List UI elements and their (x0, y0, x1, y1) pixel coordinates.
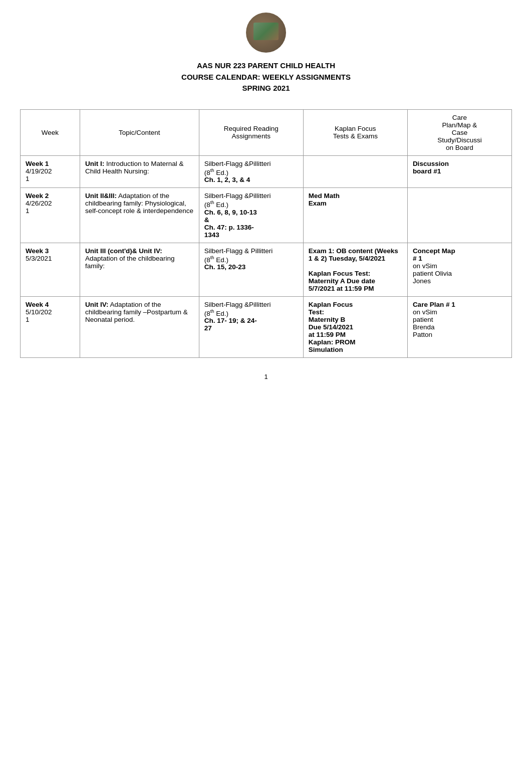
table-row: Week 1 4/19/2021 Unit I: Introduction to… (21, 155, 512, 188)
week-4-care: Care Plan # 1on vSimpatientBrendaPatton (407, 296, 511, 357)
week-3-kaplan: Exam 1: OB content (Weeks 1 & 2) Tuesday… (303, 243, 407, 296)
table-row: Week 2 4/26/2021 Unit II&III: Adaptation… (21, 188, 512, 243)
title-line3: SPRING 2021 (242, 84, 290, 92)
week-4-reading: Silbert-Flagg &Pillitteri(8th Ed.)Ch. 17… (199, 296, 303, 357)
col-header-kaplan: Kaplan FocusTests & Exams (303, 109, 407, 155)
title-block: AAS NUR 223 PARENT CHILD HEALTH COURSE C… (181, 60, 351, 94)
week-1-reading: Silbert-Flagg &Pillitteri(8th Ed.)Ch. 1,… (199, 155, 303, 188)
col-header-topic: Topic/Content (80, 109, 199, 155)
week-2-cell: Week 2 4/26/2021 (21, 188, 80, 243)
week-3-care: Concept Map# 1on vSimpatient OliviaJones (407, 243, 511, 296)
col-header-reading: Required ReadingAssignments (199, 109, 303, 155)
week-3-reading: Silbert-Flagg & Pillitteri(8th Ed.)Ch. 1… (199, 243, 303, 296)
week-2-care (407, 188, 511, 243)
week-3-label: Week 3 (26, 247, 49, 255)
week-3-cell: Week 3 5/3/2021 (21, 243, 80, 296)
week-1-cell: Week 1 4/19/2021 (21, 155, 80, 188)
table-row: Week 3 5/3/2021 Unit III (cont'd)& Unit … (21, 243, 512, 296)
week-2-date: 4/26/2021 (26, 200, 75, 215)
header: AAS NUR 223 PARENT CHILD HEALTH COURSE C… (20, 10, 512, 94)
week-1-date: 4/19/2021 (26, 167, 75, 182)
title-line2: COURSE CALENDAR: WEEKLY ASSIGNMENTS (181, 73, 351, 81)
week-4-topic: Unit IV: Adaptation of the childbearing … (80, 296, 199, 357)
col-header-week: Week (21, 109, 80, 155)
table-row: Week 4 5/10/2021 Unit IV: Adaptation of … (21, 296, 512, 357)
week-1-label: Week 1 (26, 160, 49, 167)
col-header-care: CarePlan/Map &CaseStudy/Discussion Board (407, 109, 511, 155)
school-logo (246, 13, 286, 53)
week-2-topic: Unit II&III: Adaptation of the childbear… (80, 188, 199, 243)
course-calendar-table: Week Topic/Content Required ReadingAssig… (20, 109, 512, 358)
logo (243, 10, 289, 55)
week-1-care: Discussionboard #1 (407, 155, 511, 188)
page-number: 1 (20, 373, 512, 380)
week-4-date: 5/10/2021 (26, 308, 75, 323)
week-1-kaplan (303, 155, 407, 188)
week-2-reading: Silbert-Flagg &Pillitteri(8th Ed.)Ch. 6,… (199, 188, 303, 243)
week-2-label: Week 2 (26, 192, 49, 200)
week-4-label: Week 4 (26, 301, 49, 308)
week-4-cell: Week 4 5/10/2021 (21, 296, 80, 357)
title-line1: AAS NUR 223 PARENT CHILD HEALTH (197, 61, 335, 70)
week-2-kaplan: Med MathExam (303, 188, 407, 243)
week-1-topic: Unit I: Introduction to Maternal & Child… (80, 155, 199, 188)
week-3-topic: Unit III (cont'd)& Unit IV: Adaptation o… (80, 243, 199, 296)
week-4-kaplan: Kaplan FocusTest:Maternity BDue 5/14/202… (303, 296, 407, 357)
week-3-date: 5/3/2021 (26, 255, 75, 262)
